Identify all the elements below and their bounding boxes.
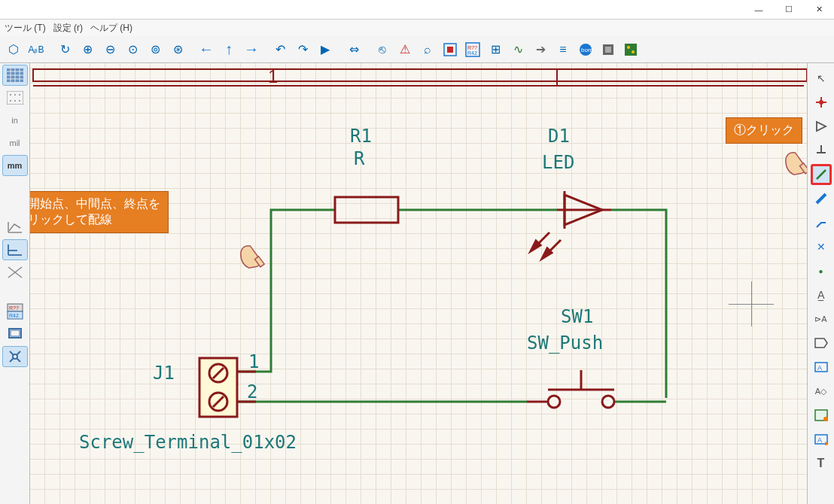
nav-up-icon[interactable]: ↑ [218, 39, 239, 60]
zoom-fit-icon[interactable]: ⊙ [122, 39, 143, 60]
wire-entry-icon[interactable] [811, 212, 832, 233]
svg-point-24 [14, 100, 16, 102]
svg-text:J1: J1 [153, 363, 175, 384]
mirror-icon[interactable]: ⇔ [343, 39, 364, 60]
svg-rect-8 [605, 47, 611, 53]
svg-point-81 [820, 101, 823, 104]
sheet-pin-icon[interactable] [811, 405, 832, 426]
refresh-icon[interactable]: ↻ [54, 39, 75, 60]
import-sheet-icon[interactable]: A [811, 429, 832, 450]
find-icon[interactable]: ⌕ [417, 39, 438, 60]
foot-icon[interactable] [440, 39, 461, 60]
svg-text:R42: R42 [9, 313, 19, 318]
menu-tool[interactable]: ツール (T) [5, 22, 46, 35]
minimize-button[interactable]: — [744, 0, 774, 20]
svg-rect-9 [625, 44, 637, 56]
global-label-icon[interactable] [811, 332, 832, 354]
close-button[interactable]: ✕ [804, 0, 834, 20]
hidden-pins-icon[interactable] [2, 262, 28, 283]
component-d1: D1 LED [531, 126, 611, 259]
zoom-out-icon[interactable]: ⊖ [99, 39, 120, 60]
zoom-auto-icon[interactable]: ⊛ [167, 39, 188, 60]
svg-point-62 [602, 396, 614, 408]
svg-marker-56 [542, 248, 552, 259]
svg-point-20 [10, 94, 11, 96]
comp-icon[interactable] [598, 39, 619, 60]
erc-icon[interactable]: ⚠ [394, 39, 415, 60]
titlebar: — ☐ ✕ [0, 0, 834, 20]
place-power-icon[interactable] [811, 140, 832, 161]
svg-text:R??: R?? [467, 45, 477, 50]
callout-1: ①クリック [726, 117, 802, 144]
menu-settings[interactable]: 設定 (r) [53, 22, 83, 35]
tool-poly-icon[interactable]: ⬡ [3, 39, 24, 60]
right-toolbar: ↖ ✕ ● A̲ ⊳A A A◇ [807, 63, 834, 504]
unit-in-button[interactable]: in [2, 110, 28, 131]
tool-abc-icon[interactable]: AᵦB [26, 39, 47, 60]
svg-text:R1: R1 [350, 126, 372, 147]
pcb-icon[interactable] [620, 39, 641, 60]
svg-text:A: A [817, 436, 822, 444]
hier-sheet-icon[interactable]: A◇ [811, 381, 832, 402]
menu-help[interactable]: ヘルプ (H) [90, 22, 132, 35]
component-sw1: SW1 SW_Push [527, 306, 632, 408]
unit-mil-button[interactable]: mil [2, 132, 28, 153]
callout-2: ②開始点、中間点、終点を クリックして配線 [30, 191, 169, 233]
svg-text:SW1: SW1 [561, 306, 593, 327]
nav-right-icon[interactable]: → [241, 39, 262, 60]
annotate-icon[interactable]: R??R42 [2, 301, 28, 322]
left-toolbar: in mil mm R??R42 [0, 63, 30, 504]
svg-text:R: R [354, 148, 365, 169]
svg-point-41 [13, 354, 17, 359]
svg-rect-47 [335, 197, 398, 223]
schematic-canvas[interactable]: 1 R1 R [30, 63, 807, 504]
text-icon[interactable]: T [811, 453, 832, 474]
grid-show-icon[interactable] [2, 65, 28, 86]
svg-rect-1 [447, 47, 453, 53]
svg-rect-68 [199, 358, 237, 417]
bom-badge-icon[interactable]: bom [575, 39, 596, 60]
zoom-sel-icon[interactable]: ⊚ [145, 39, 166, 60]
svg-point-25 [19, 100, 20, 102]
grid-dots-icon[interactable] [2, 87, 28, 108]
svg-point-22 [19, 94, 20, 96]
select-tool-icon[interactable]: ↖ [811, 68, 832, 89]
svg-point-11 [632, 50, 635, 53]
zoom-in-icon[interactable]: ⊕ [77, 39, 98, 60]
hier-label-icon[interactable]: A [811, 357, 832, 378]
svg-line-85 [817, 170, 826, 179]
grid-bom-icon[interactable]: ⊞ [485, 39, 506, 60]
svg-text:1: 1 [248, 351, 259, 372]
sim-icon[interactable]: ∿ [507, 39, 528, 60]
sheet-icon[interactable] [2, 323, 28, 345]
settings-icon[interactable] [2, 346, 28, 367]
page-number: 1 [268, 66, 278, 87]
label-icon[interactable]: A̲ [811, 284, 832, 305]
junction-icon[interactable]: ● [811, 260, 832, 281]
list-icon[interactable]: ≡ [552, 39, 574, 60]
place-wire-icon[interactable] [811, 164, 832, 185]
nav-left-icon[interactable]: ← [196, 39, 217, 60]
svg-marker-87 [815, 339, 827, 348]
svg-rect-38 [11, 330, 20, 336]
update-icon[interactable]: R??R42 [462, 39, 483, 60]
vopt-icon[interactable]: ⎋ [372, 39, 393, 60]
place-symbol-icon[interactable] [811, 116, 832, 137]
undo-icon[interactable]: ↶ [269, 39, 291, 60]
cursor-small-icon[interactable] [2, 239, 28, 260]
netlabel-icon[interactable]: ⊳A [811, 308, 832, 329]
cursor-full-icon[interactable] [2, 217, 28, 238]
noconnect-icon[interactable]: ✕ [811, 236, 832, 257]
component-r1: R1 R [335, 126, 398, 223]
arrow-icon[interactable]: ➔ [530, 39, 551, 60]
svg-text:2: 2 [247, 381, 257, 402]
play-icon[interactable]: ▶ [315, 39, 336, 60]
toolbar: ⬡ AᵦB ↻ ⊕ ⊖ ⊙ ⊚ ⊛ ← ↑ → ↶ ↷ ▶ ⇔ ⎋ ⚠ ⌕ R?… [0, 36, 834, 63]
highlight-net-icon[interactable] [811, 92, 832, 113]
svg-text:Screw_Terminal_01x02: Screw_Terminal_01x02 [79, 432, 297, 453]
redo-icon[interactable]: ↷ [292, 39, 313, 60]
unit-mm-button[interactable]: mm [2, 155, 28, 176]
svg-marker-54 [531, 241, 540, 251]
maximize-button[interactable]: ☐ [774, 0, 804, 20]
place-bus-icon[interactable] [811, 188, 832, 209]
